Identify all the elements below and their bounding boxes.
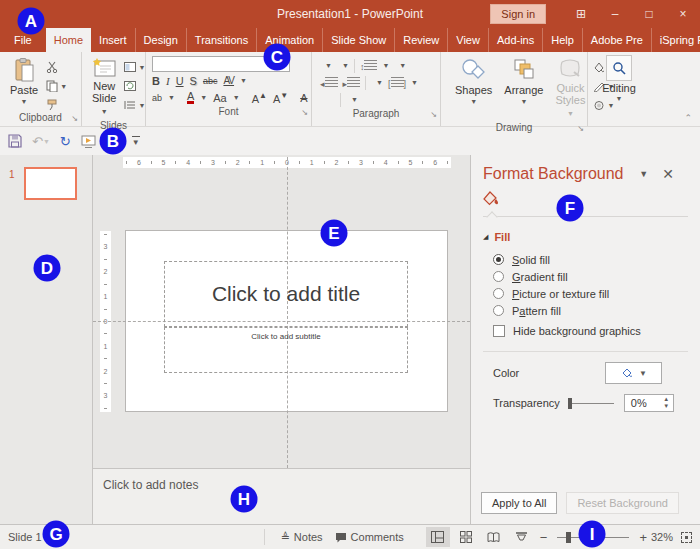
ribbon-display-options-icon[interactable]: ⊞	[564, 0, 598, 28]
tab-home[interactable]: Home	[46, 28, 91, 52]
slide-number: 1	[9, 169, 15, 180]
arrange-button[interactable]: Arrange ▼	[500, 56, 547, 122]
reset-button[interactable]	[124, 79, 145, 93]
new-slide-icon	[92, 58, 116, 78]
notes-toggle-button[interactable]: ≜ Notes	[275, 531, 329, 544]
sign-in-button[interactable]: Sign in	[490, 4, 546, 24]
new-slide-button[interactable]: NewSlide ▼	[88, 56, 120, 120]
zoom-level[interactable]: 32%	[651, 531, 673, 543]
text-shadow-button[interactable]: S	[190, 75, 197, 87]
close-button[interactable]: ×	[666, 0, 700, 28]
decrease-indent-button[interactable]: ◂	[320, 77, 338, 89]
increase-indent-button[interactable]: ▸	[343, 77, 361, 89]
customize-qat-icon[interactable]: ▼	[132, 136, 140, 147]
shapes-button[interactable]: Shapes ▼	[451, 56, 496, 122]
maximize-button[interactable]: □	[632, 0, 666, 28]
tab-adobe-pre[interactable]: Adobe Pre	[582, 28, 651, 52]
underline-button[interactable]: U	[176, 75, 184, 87]
zoom-slider-handle[interactable]	[566, 532, 571, 543]
annotation-i: I	[579, 521, 606, 548]
format-painter-button[interactable]	[46, 98, 67, 112]
align-text-button[interactable]: []	[388, 77, 406, 89]
zoom-in-button[interactable]: +	[635, 530, 651, 545]
paragraph-dialog-launcher-icon[interactable]: ↘	[430, 110, 437, 119]
clear-formatting-button[interactable]: A	[300, 92, 307, 104]
tab-transitions[interactable]: Transitions	[186, 28, 256, 52]
editing-button[interactable]: Editing ▼	[588, 52, 650, 105]
transparency-spinner[interactable]: 0% ▲▼	[624, 394, 674, 412]
reading-view-button[interactable]	[482, 527, 506, 547]
drawing-group-label: Drawing	[496, 122, 533, 133]
slide-show-button[interactable]	[510, 527, 534, 547]
tab-insert[interactable]: Insert	[91, 28, 135, 52]
italic-button[interactable]: I	[166, 75, 170, 87]
fit-slide-to-window-icon[interactable]	[681, 532, 692, 543]
fill-bucket-tab-icon[interactable]	[483, 191, 688, 208]
slide-thumbnail[interactable]	[24, 167, 77, 200]
minimize-button[interactable]: –	[598, 0, 632, 28]
fill-option-picture-or-texture-fill[interactable]: Picture or texture fill	[493, 285, 688, 302]
zoom-out-button[interactable]: −	[536, 530, 552, 545]
spinner-up-icon[interactable]: ▲	[663, 396, 669, 403]
transparency-slider[interactable]	[568, 403, 614, 404]
subtitle-placeholder[interactable]: Click to add subtitle	[164, 327, 408, 373]
fill-option-solid-fill[interactable]: Solid fill	[493, 251, 688, 268]
format-background-pane: Format Background ▼ ✕ ◢ Fill Solid fillG…	[470, 155, 700, 524]
change-case-button[interactable]: Aa	[213, 92, 226, 104]
tab-ispring-pro[interactable]: iSpring Pro	[651, 28, 700, 52]
save-icon[interactable]	[8, 134, 22, 148]
collapse-ribbon-icon[interactable]: ⌃	[684, 113, 692, 123]
notes-pane[interactable]: Click to add notes	[93, 468, 470, 524]
clipboard-group-label: Clipboard	[19, 112, 62, 123]
ruler-number: 1	[260, 159, 264, 166]
slide-sorter-view-button[interactable]	[454, 527, 478, 547]
fill-options-list: Solid fillGradient fillPicture or textur…	[493, 251, 688, 319]
apply-to-all-button[interactable]: Apply to All	[481, 492, 557, 514]
clipboard-dialog-launcher-icon[interactable]: ↘	[71, 114, 78, 123]
highlight-button[interactable]: ab	[152, 93, 162, 103]
strikethrough-button[interactable]: abc	[203, 76, 218, 86]
tab-review[interactable]: Review	[394, 28, 447, 52]
paste-button[interactable]: Paste ▼	[6, 56, 42, 112]
redo-icon[interactable]: ↻	[60, 134, 71, 149]
ribbon: Paste ▼ ▼ Clipboard↘	[0, 52, 700, 127]
fill-option-pattern-fill[interactable]: Pattern fill	[493, 302, 688, 319]
section-button[interactable]: ▼	[124, 98, 145, 112]
normal-view-button[interactable]	[426, 527, 450, 547]
character-spacing-button[interactable]: AV	[223, 75, 234, 86]
font-dialog-launcher-icon[interactable]: ↘	[301, 108, 308, 117]
annotation-g: G	[43, 521, 70, 548]
hide-background-graphics-checkbox[interactable]: Hide background graphics	[493, 321, 688, 341]
pane-close-icon[interactable]: ✕	[662, 166, 674, 182]
ruler-number: 2	[236, 159, 240, 166]
radio-icon	[493, 254, 504, 265]
layout-button[interactable]: ▼	[124, 60, 145, 74]
spinner-down-icon[interactable]: ▼	[663, 403, 669, 410]
fill-section-header[interactable]: ◢ Fill	[483, 231, 688, 243]
tab-slide-show[interactable]: Slide Show	[322, 28, 394, 52]
line-spacing-button[interactable]: ↕	[360, 60, 378, 72]
ruler-number: 3	[211, 159, 215, 166]
bold-button[interactable]: B	[152, 75, 160, 87]
chevron-down-icon[interactable]: ▼	[240, 77, 247, 84]
font-group-label: Font	[218, 106, 238, 117]
pane-options-chevron-icon[interactable]: ▼	[639, 169, 648, 179]
color-picker-button[interactable]: ▼	[605, 362, 662, 384]
comment-icon	[335, 532, 347, 543]
tab-help[interactable]: Help	[542, 28, 582, 52]
title-placeholder[interactable]: Click to add title	[164, 261, 408, 327]
tab-add-ins[interactable]: Add-ins	[488, 28, 542, 52]
cut-button[interactable]	[46, 60, 67, 74]
tab-design[interactable]: Design	[135, 28, 186, 52]
grow-font-button[interactable]: A▲	[252, 91, 267, 105]
editing-group: Editing ▼	[588, 52, 650, 126]
comments-button[interactable]: Comments	[329, 531, 410, 543]
ruler-number: 2	[104, 268, 108, 275]
fill-option-gradient-fill[interactable]: Gradient fill	[493, 268, 688, 285]
font-color-button[interactable]: A	[187, 91, 194, 104]
start-from-beginning-icon[interactable]	[81, 135, 96, 148]
copy-button[interactable]: ▼	[46, 79, 67, 93]
shrink-font-button[interactable]: A▼	[273, 91, 288, 105]
drawing-dialog-launcher-icon[interactable]: ↘	[577, 124, 584, 133]
tab-view[interactable]: View	[447, 28, 488, 52]
